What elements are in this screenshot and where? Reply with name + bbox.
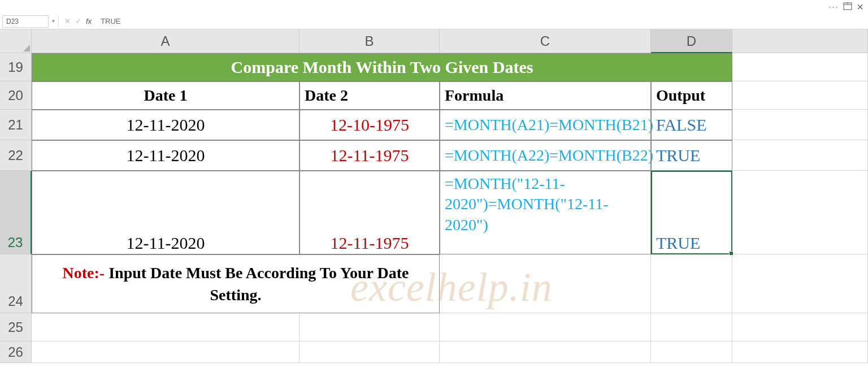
cell-A22[interactable]: 12-11-2020 (32, 140, 300, 171)
header-date1[interactable]: Date 1 (32, 81, 300, 110)
name-box-dropdown-icon[interactable]: ▼ (49, 15, 59, 28)
cell-empty[interactable] (732, 81, 868, 110)
note-cell[interactable]: Note:- Input Date Must Be According To Y… (32, 254, 440, 313)
note-text: Input Date Must Be According To Your Dat… (105, 264, 409, 304)
header-formula[interactable]: Formula (440, 81, 651, 110)
cell-B25[interactable] (300, 313, 440, 342)
row-header-23[interactable]: 23 (0, 171, 32, 254)
column-header-D[interactable]: D (651, 29, 732, 53)
cell-C23[interactable]: =MONTH("12-11-2020")=MONTH("12-11-2020") (440, 171, 651, 254)
cell-B21[interactable]: 12-10-1975 (300, 110, 440, 140)
cell-A25[interactable] (32, 313, 300, 342)
cell-C21[interactable]: =MONTH(A21)=MONTH(B21) (440, 110, 651, 140)
select-all-corner[interactable] (0, 29, 32, 53)
cell-empty[interactable] (732, 53, 868, 81)
row-header-24[interactable]: 24 (0, 254, 32, 313)
cell-A21[interactable]: 12-11-2020 (32, 110, 300, 140)
cell-D23-selected[interactable]: TRUE (651, 171, 732, 254)
more-options-icon[interactable]: ··· (829, 2, 839, 11)
cell-A26[interactable] (32, 342, 300, 363)
cell-A23[interactable]: 12-11-2020 (32, 171, 300, 254)
cell-empty[interactable] (732, 110, 868, 140)
cell-C26[interactable] (440, 342, 651, 363)
cell-D21[interactable]: FALSE (651, 110, 732, 140)
column-header-extra[interactable] (732, 29, 868, 53)
row-header-19[interactable]: 19 (0, 53, 32, 81)
column-header-A[interactable]: A (32, 29, 300, 53)
close-icon[interactable]: × (857, 1, 863, 14)
header-date2[interactable]: Date 2 (300, 81, 440, 110)
cell-B22[interactable]: 12-11-1975 (300, 140, 440, 171)
cancel-formula-icon[interactable]: ✕ (64, 17, 71, 25)
ribbon-display-icon[interactable] (843, 2, 852, 12)
cell-D25[interactable] (651, 313, 732, 342)
row-header-26[interactable]: 26 (0, 342, 32, 363)
spreadsheet-grid[interactable]: A B C D 19 Compare Month Within Two Give… (0, 29, 868, 363)
cell-empty[interactable] (732, 313, 868, 342)
column-header-B[interactable]: B (300, 29, 440, 53)
cell-empty[interactable] (732, 140, 868, 171)
note-label: Note:- (63, 264, 105, 282)
header-output[interactable]: Output (651, 81, 732, 110)
cell-empty[interactable] (732, 254, 868, 313)
name-box[interactable] (2, 15, 49, 28)
cell-empty[interactable] (732, 342, 868, 363)
accept-formula-icon[interactable]: ✓ (75, 17, 81, 25)
row-header-25[interactable]: 25 (0, 313, 32, 342)
cell-B23[interactable]: 12-11-1975 (300, 171, 440, 254)
cell-C25[interactable] (440, 313, 651, 342)
sheet-title[interactable]: Compare Month Within Two Given Dates (32, 53, 732, 81)
cell-empty[interactable] (732, 171, 868, 254)
formula-bar-row: ▼ ✕ ✓ fx (0, 14, 868, 29)
formula-bar-controls: ✕ ✓ fx (59, 17, 97, 25)
row-header-20[interactable]: 20 (0, 81, 32, 110)
cell-D26[interactable] (651, 342, 732, 363)
title-bar: ··· × (0, 0, 868, 14)
cell-D24[interactable] (651, 254, 732, 313)
cell-C22[interactable]: =MONTH(A22)=MONTH(B22) (440, 140, 651, 171)
row-header-21[interactable]: 21 (0, 110, 32, 140)
insert-function-icon[interactable]: fx (86, 17, 92, 25)
formula-bar-input[interactable] (97, 16, 868, 27)
cell-D22[interactable]: TRUE (651, 140, 732, 171)
column-header-C[interactable]: C (440, 29, 651, 53)
cell-C24[interactable] (440, 254, 651, 313)
row-header-22[interactable]: 22 (0, 140, 32, 171)
cell-B26[interactable] (300, 342, 440, 363)
